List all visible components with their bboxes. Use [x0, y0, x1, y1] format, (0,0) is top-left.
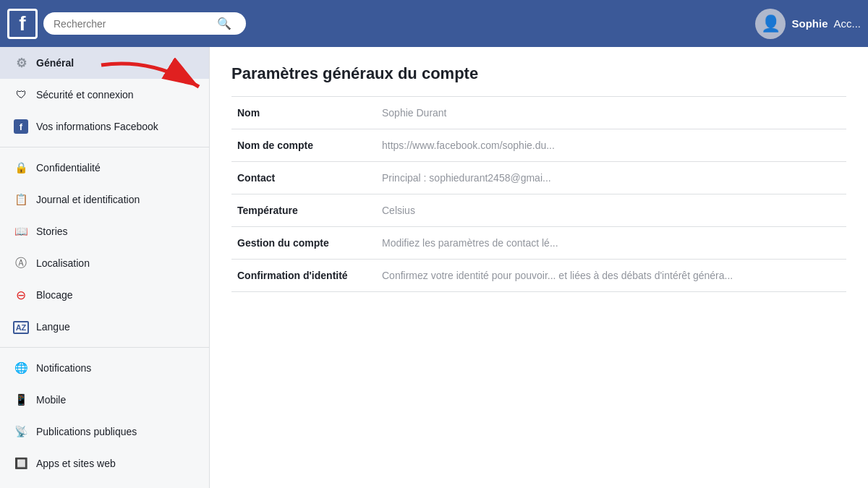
notifications-icon [13, 360, 29, 376]
page-title: Paramètres généraux du compte [231, 64, 846, 83]
search-button[interactable]: 🔍 [217, 17, 231, 30]
apps-icon [13, 455, 29, 471]
field-value: Sophie Durant [376, 97, 846, 129]
facebook-logo: f [7, 9, 38, 39]
account-label: Acc... [833, 17, 861, 30]
header: f 🔍 👤 Sophie Acc... [0, 0, 868, 47]
sidebar-item-security[interactable]: Sécurité et connexion [0, 79, 209, 111]
sidebar-label-fb-info: Vos informations Facebook [36, 120, 158, 133]
user-name: Sophie [791, 17, 827, 30]
field-label: Confirmation d'identité [231, 260, 376, 292]
field-label: Nom de compte [231, 129, 376, 162]
sidebar-divider-1 [0, 147, 209, 147]
sidebar-label-publications: Publications publiques [36, 425, 137, 438]
search-input[interactable] [54, 18, 213, 30]
sidebar-label-localisation: Localisation [36, 257, 90, 270]
sidebar-item-langue[interactable]: Langue [0, 311, 209, 343]
field-value: Celsius [376, 194, 846, 227]
user-section: 👤 Sophie Acc... [755, 9, 861, 39]
block-icon [13, 287, 29, 303]
field-value: Principal : sophiedurant2458@gmai... [376, 162, 846, 194]
sidebar-item-general[interactable]: Général [0, 47, 209, 79]
sidebar-label-langue: Langue [36, 320, 70, 333]
sidebar-label-blocage: Blocage [36, 288, 73, 301]
sidebar-label-apps: Apps et sites web [36, 457, 116, 470]
publications-icon [13, 424, 29, 440]
sidebar-divider-2 [0, 347, 209, 348]
content-area: Paramètres généraux du compte Nom Sophie… [210, 47, 868, 488]
sidebar-item-journal[interactable]: Journal et identification [0, 184, 209, 215]
sidebar-item-mobile[interactable]: Mobile [0, 384, 209, 416]
main-layout: Général Sécurité et connexion f Vos info… [0, 47, 868, 488]
shield-icon [13, 87, 29, 103]
mobile-icon [13, 392, 29, 408]
field-label: Contact [231, 162, 376, 194]
stories-icon [13, 223, 29, 239]
sidebar: Général Sécurité et connexion f Vos info… [0, 47, 210, 488]
facebook-icon: f [13, 119, 29, 134]
sidebar-label-security: Sécurité et connexion [36, 88, 134, 101]
sidebar-label-notifications: Notifications [36, 361, 91, 374]
field-value: https://www.facebook.com/sophie.du... [376, 129, 846, 162]
gear-icon [13, 55, 29, 71]
lock-icon [13, 160, 29, 176]
sidebar-item-localisation[interactable]: Localisation [0, 247, 209, 279]
sidebar-label-stories: Stories [36, 225, 68, 238]
avatar: 👤 [755, 9, 786, 39]
field-label: Gestion du compte [231, 227, 376, 260]
table-row[interactable]: Nom Sophie Durant [231, 97, 846, 129]
table-row[interactable]: Nom de compte https://www.facebook.com/s… [231, 129, 846, 162]
sidebar-label-mobile: Mobile [36, 393, 66, 406]
sidebar-label-journal: Journal et identification [36, 193, 140, 206]
sidebar-item-notifications[interactable]: Notifications [0, 352, 209, 384]
sidebar-item-confidentiality[interactable]: Confidentialité [0, 152, 209, 184]
sidebar-item-apps[interactable]: Apps et sites web [0, 448, 209, 479]
table-row[interactable]: Confirmation d'identité Confirmez votre … [231, 260, 846, 292]
sidebar-item-publications[interactable]: Publications publiques [0, 416, 209, 448]
sidebar-label-confidentiality: Confidentialité [36, 161, 101, 174]
sidebar-label-general: Général [36, 56, 74, 69]
sidebar-item-stories[interactable]: Stories [0, 215, 209, 247]
sidebar-item-fb-info[interactable]: f Vos informations Facebook [0, 111, 209, 142]
sidebar-item-blocage[interactable]: Blocage [0, 279, 209, 311]
field-label: Température [231, 194, 376, 227]
field-label: Nom [231, 97, 376, 129]
table-row[interactable]: Contact Principal : sophiedurant2458@gma… [231, 162, 846, 194]
settings-table: Nom Sophie Durant Nom de compte https://… [231, 96, 846, 292]
table-row[interactable]: Température Celsius [231, 194, 846, 227]
table-row[interactable]: Gestion du compte Modifiez les paramètre… [231, 227, 846, 260]
field-value: Confirmez votre identité pour pouvoir...… [376, 260, 846, 292]
journal-icon [13, 192, 29, 207]
search-bar[interactable]: 🔍 [43, 12, 246, 35]
field-value: Modifiez les paramètres de contact lé... [376, 227, 846, 260]
location-icon [13, 255, 29, 271]
language-icon [13, 319, 29, 335]
